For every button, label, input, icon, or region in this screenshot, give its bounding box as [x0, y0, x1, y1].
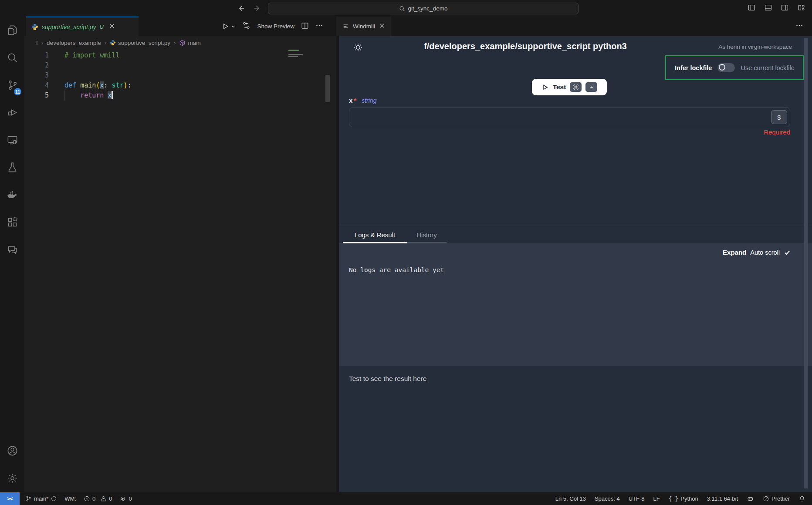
- tab-close-icon[interactable]: [109, 23, 115, 31]
- comments-icon[interactable]: [0, 236, 24, 263]
- history-back-button[interactable]: [237, 4, 245, 12]
- arrow-left-icon: [237, 4, 245, 12]
- field-type: string: [362, 97, 376, 104]
- problems-item[interactable]: 0 0: [84, 495, 112, 502]
- customize-layout-button[interactable]: [798, 4, 805, 13]
- line-number: 5: [24, 91, 49, 101]
- eol-item[interactable]: LF: [653, 495, 660, 502]
- indentation-item[interactable]: Spaces: 4: [595, 495, 620, 502]
- infer-lockfile-label: Infer lockfile: [675, 64, 712, 71]
- source-control-icon[interactable]: 11: [0, 71, 24, 99]
- indent-guide: [64, 91, 65, 101]
- use-current-lockfile-label: Use current lockfile: [741, 64, 794, 71]
- editor-scrollbar[interactable]: [325, 75, 330, 102]
- extensions-icon[interactable]: [0, 209, 24, 236]
- remote-explorer-icon[interactable]: [0, 126, 24, 154]
- code-comment: # import wmill: [64, 51, 119, 59]
- cursor-position-item[interactable]: Ln 5, Col 13: [555, 495, 586, 502]
- explorer-icon[interactable]: [0, 17, 24, 44]
- status-bar: >< main* WM: 0 0 0 Ln 5, Col 13 Spaces: …: [0, 492, 812, 505]
- minimap-mark: [288, 56, 298, 57]
- toggle-panel-button[interactable]: [765, 4, 772, 13]
- search-view-icon[interactable]: [0, 44, 24, 71]
- variable-picker-button[interactable]: $: [771, 110, 787, 124]
- windmill-panel: Windmill f/developers_example/supportive…: [336, 17, 812, 492]
- required-star: *: [354, 97, 356, 104]
- breadcrumb-folder[interactable]: developers_example: [47, 40, 101, 46]
- language-mode-item[interactable]: { } Python: [669, 495, 698, 502]
- copilot-item[interactable]: [747, 495, 754, 502]
- split-editor-button[interactable]: [301, 22, 309, 31]
- tab-history[interactable]: History: [407, 228, 447, 243]
- run-debug-icon[interactable]: [0, 99, 24, 126]
- test-button[interactable]: Test: [532, 79, 607, 95]
- auto-scroll-label[interactable]: Auto scroll: [750, 249, 780, 256]
- breadcrumb-symbol[interactable]: main: [179, 40, 200, 46]
- x-input[interactable]: [349, 107, 790, 127]
- account-icon[interactable]: [0, 437, 24, 465]
- breadcrumb-separator: ›: [41, 40, 43, 46]
- line-number: 1: [24, 50, 49, 61]
- encoding-item[interactable]: UTF-8: [629, 495, 645, 502]
- run-python-file-button[interactable]: [221, 22, 236, 30]
- vscode-window: git_sync_demo 11 supportive_sc: [0, 0, 812, 505]
- open-changes-button[interactable]: [242, 21, 250, 31]
- command-center-search[interactable]: git_sync_demo: [268, 3, 579, 14]
- python-version-item[interactable]: 3.11.1 64-bit: [707, 495, 738, 502]
- notifications-bell-icon[interactable]: [798, 495, 805, 502]
- editor-tab-bar: supportive_script.py U Show Preview: [24, 17, 336, 36]
- activity-bar: 11: [0, 17, 24, 492]
- windmill-webview: f/developers_example/supportive_script p…: [339, 36, 812, 492]
- windmill-tab-close-icon[interactable]: [379, 23, 385, 30]
- line-number: 2: [24, 61, 49, 71]
- tab-windmill[interactable]: Windmill: [336, 17, 391, 36]
- minimap-mark: [288, 54, 303, 55]
- theme-sun-icon[interactable]: [353, 42, 363, 54]
- text-cursor: [112, 91, 113, 99]
- breadcrumb-file[interactable]: supportive_script.py: [110, 40, 170, 46]
- warning-icon: [100, 495, 107, 502]
- editor-more-actions-button[interactable]: [315, 22, 323, 31]
- tab-logs-result[interactable]: Logs & Result: [343, 228, 407, 243]
- scm-badge: 11: [14, 88, 21, 95]
- git-branch-item[interactable]: main*: [25, 495, 57, 502]
- tab-supportive-script[interactable]: supportive_script.py U: [26, 17, 139, 36]
- required-message: Required: [349, 128, 790, 136]
- arrow-right-icon: [254, 4, 261, 12]
- logs-panel: Expand Auto scroll No logs are available…: [339, 243, 812, 366]
- ellipsis-icon: [315, 22, 323, 30]
- sync-icon: [51, 495, 57, 502]
- occurrence-highlight: x: [100, 81, 104, 89]
- prettier-item[interactable]: Prettier: [763, 495, 790, 502]
- testing-icon[interactable]: [0, 154, 24, 181]
- history-forward-button[interactable]: [254, 4, 261, 12]
- windmill-more-actions-button[interactable]: [795, 22, 812, 31]
- line-number: 4: [24, 81, 49, 91]
- search-value: git_sync_demo: [408, 5, 448, 12]
- breadcrumb-root[interactable]: f: [36, 40, 38, 46]
- expand-button[interactable]: Expand: [723, 249, 746, 256]
- ports-item[interactable]: 0: [119, 495, 132, 502]
- wm-status-item[interactable]: WM:: [64, 495, 76, 502]
- split-editor-icon: [301, 22, 309, 30]
- code-editor[interactable]: 1 # import wmill 2 3 4 def main(x: str):…: [24, 49, 336, 101]
- lockfile-toggle[interactable]: [717, 63, 735, 72]
- minimap-mark: [288, 50, 299, 51]
- settings-gear-icon[interactable]: [0, 465, 24, 492]
- title-bar: git_sync_demo: [0, 0, 812, 17]
- toggle-primary-sidebar-button[interactable]: [748, 4, 755, 13]
- test-button-label: Test: [553, 83, 566, 91]
- remote-indicator[interactable]: ><: [0, 492, 20, 505]
- show-preview-button[interactable]: Show Preview: [257, 23, 294, 30]
- check-icon[interactable]: [784, 249, 791, 256]
- panel-scrollbar[interactable]: [804, 38, 808, 488]
- search-icon: [399, 6, 405, 12]
- breadcrumb-separator: ›: [105, 40, 106, 46]
- docker-icon[interactable]: [0, 181, 24, 209]
- error-icon: [84, 495, 90, 502]
- toggle-secondary-sidebar-button[interactable]: [781, 4, 788, 13]
- line-number: 3: [24, 71, 49, 81]
- enter-key-icon: [585, 82, 597, 92]
- editor-toolbar: Show Preview: [221, 17, 336, 36]
- field-label-row: x * string: [349, 97, 376, 104]
